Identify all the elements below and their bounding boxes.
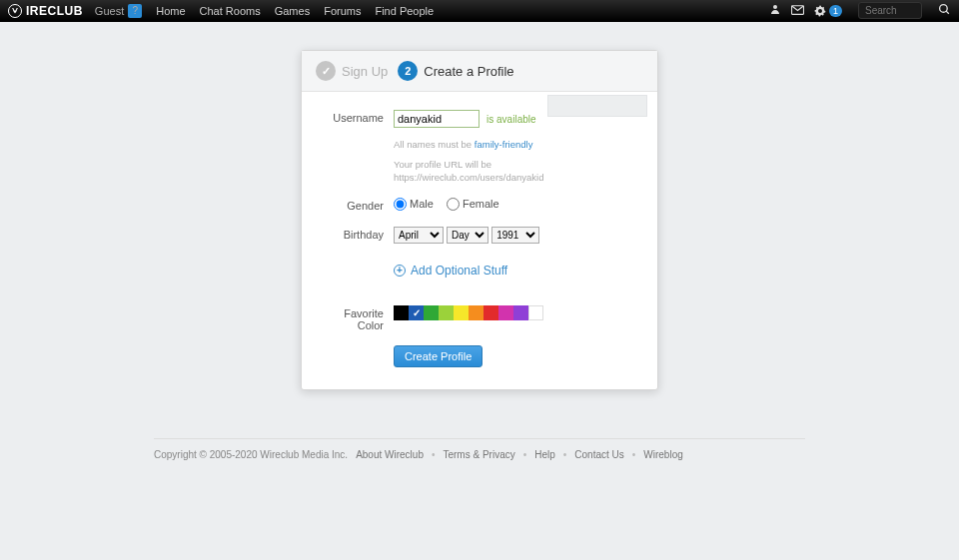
svg-point-2: [940, 5, 948, 13]
color-swatch-row: [394, 305, 641, 320]
guest-menu[interactable]: Guest ?: [95, 4, 146, 18]
plus-icon: +: [394, 265, 406, 277]
svg-point-0: [773, 5, 777, 9]
top-nav-bar: IRECLUB Guest ? Home Chat Rooms Games Fo…: [0, 0, 959, 22]
gear-icon[interactable]: 1: [814, 5, 842, 17]
add-optional-toggle[interactable]: + Add Optional Stuff: [394, 264, 641, 278]
logo-icon: [8, 4, 22, 18]
avatar-placeholder: [547, 95, 647, 117]
logo[interactable]: IRECLUB: [8, 4, 83, 18]
check-icon: ✓: [316, 61, 336, 81]
birthday-year-select[interactable]: 1991: [491, 227, 539, 244]
birthday-day-select[interactable]: Day: [447, 227, 488, 244]
right-icon-group: 1: [769, 2, 951, 19]
footer-help-link[interactable]: Help: [534, 449, 555, 460]
footer-about-link[interactable]: About Wireclub: [356, 449, 424, 460]
profile-card: ✓ Sign Up 2 Create a Profile Username is…: [301, 50, 658, 390]
color-swatch[interactable]: [424, 305, 439, 320]
footer: Copyright © 2005-2020 Wireclub Media Inc…: [154, 438, 805, 470]
step-profile-label: Create a Profile: [424, 64, 513, 79]
nav-find-people[interactable]: Find People: [375, 5, 434, 17]
username-hint: All names must be family-friendly: [394, 138, 641, 151]
logo-text: IRECLUB: [26, 4, 83, 18]
username-available-text: is available: [486, 114, 535, 125]
nav-games[interactable]: Games: [275, 5, 310, 17]
username-input[interactable]: [394, 110, 480, 128]
svg-line-3: [946, 11, 949, 14]
family-friendly-link[interactable]: family-friendly: [475, 139, 533, 150]
color-swatch[interactable]: [483, 305, 498, 320]
search-input[interactable]: [865, 5, 915, 16]
search-icon[interactable]: [938, 3, 951, 18]
primary-nav: Home Chat Rooms Games Forums Find People: [156, 5, 434, 17]
create-profile-button[interactable]: Create Profile: [394, 345, 482, 367]
color-swatch[interactable]: [454, 305, 469, 320]
footer-terms-link[interactable]: Terms & Privacy: [443, 449, 514, 460]
gender-female-option[interactable]: Female: [447, 198, 499, 211]
help-icon[interactable]: ?: [128, 4, 142, 18]
card-header: ✓ Sign Up 2 Create a Profile: [302, 51, 657, 92]
footer-contact-link[interactable]: Contact Us: [574, 449, 623, 460]
birthday-month-select[interactable]: April: [394, 227, 444, 244]
color-swatch[interactable]: [528, 305, 543, 320]
gender-label: Gender: [318, 198, 394, 212]
copyright-text: Copyright © 2005-2020 Wireclub Media Inc…: [154, 449, 348, 460]
gender-male-option[interactable]: Male: [394, 198, 434, 211]
gender-female-radio[interactable]: [447, 198, 460, 211]
color-swatch[interactable]: [513, 305, 528, 320]
color-swatch[interactable]: [439, 305, 454, 320]
footer-blog-link[interactable]: Wireblog: [643, 449, 682, 460]
color-swatch[interactable]: [469, 305, 483, 320]
birthday-label: Birthday: [318, 227, 394, 241]
search-box[interactable]: [858, 2, 922, 19]
user-icon[interactable]: [769, 3, 781, 18]
color-swatch[interactable]: [409, 305, 424, 320]
favorite-color-label: Favorite Color: [318, 305, 394, 331]
step-number-icon: 2: [398, 61, 418, 81]
mail-icon[interactable]: [791, 4, 804, 18]
gender-male-radio[interactable]: [394, 198, 407, 211]
step-create-profile: 2 Create a Profile: [398, 61, 513, 81]
nav-home[interactable]: Home: [156, 5, 185, 17]
notif-badge: 1: [829, 5, 842, 17]
nav-forums[interactable]: Forums: [324, 5, 361, 17]
color-swatch[interactable]: [394, 305, 409, 320]
step-signup: ✓ Sign Up: [316, 61, 388, 81]
username-label: Username: [318, 110, 394, 124]
step-signup-label: Sign Up: [342, 64, 388, 79]
guest-label: Guest: [95, 5, 124, 17]
color-swatch[interactable]: [498, 305, 513, 320]
nav-chat-rooms[interactable]: Chat Rooms: [200, 5, 261, 17]
profile-url-hint: Your profile URL will be https://wireclu…: [394, 159, 641, 184]
